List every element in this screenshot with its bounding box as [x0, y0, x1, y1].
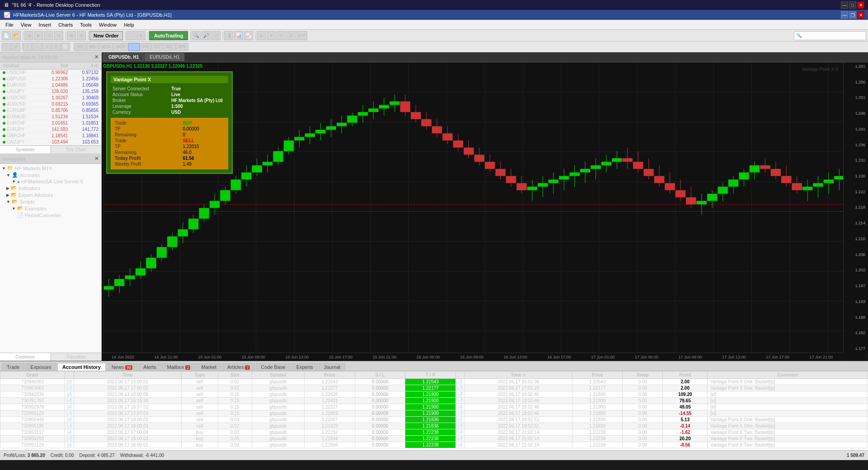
tb-newchart[interactable]: 📄	[2, 31, 11, 40]
tb-forward[interactable]: ▶	[34, 31, 43, 40]
market-watch-close[interactable]: ✕	[94, 54, 99, 60]
tb-circle[interactable]: ⊙	[277, 31, 286, 40]
tab-account-history[interactable]: Account History	[57, 363, 106, 371]
tb-end[interactable]: ⊞▼	[296, 31, 307, 40]
tf-H4[interactable]: H4	[140, 43, 151, 51]
tb-bar[interactable]: ▐	[224, 31, 233, 40]
chart-tab-gbpusd[interactable]: GBPUSDb, H1	[103, 53, 144, 61]
trade-row[interactable]: 730952979 📄 2022.06.17 16:57:52 sell 0.1…	[0, 404, 868, 410]
nav-examples[interactable]: ▼ 📂 Examples	[0, 205, 101, 212]
tb-icon2[interactable]: ★	[136, 31, 145, 40]
menu-insert[interactable]: Insert	[35, 21, 55, 28]
tab-experts[interactable]: Experts	[291, 363, 318, 371]
app-close[interactable]: ✕	[857, 11, 864, 19]
market-watch-row[interactable]: EURUSD 1.04886 1.05048	[0, 82, 101, 88]
tab-trade[interactable]: Trade	[2, 363, 24, 371]
th-price2[interactable]: Price	[572, 372, 623, 379]
nav-accounts[interactable]: ▼ 👤 Accounts	[0, 172, 101, 178]
market-watch-row[interactable]: EURGBP 0.85706 0.85856	[0, 107, 101, 114]
trade-row[interactable]: 730955129 📄 2022.06.17 17:57:03 sell 0.1…	[0, 410, 868, 417]
market-watch-row[interactable]: EURJPY 141.593 141.772	[0, 126, 101, 133]
nav-scripts[interactable]: ▼ 📂 Scripts	[0, 198, 101, 205]
tb-candle[interactable]: 📊	[234, 31, 243, 40]
tf-W1[interactable]: W1	[163, 43, 175, 51]
market-watch-row[interactable]: GBPCHF 1.18541 1.18841	[0, 133, 101, 139]
tf-text[interactable]: A	[52, 43, 61, 51]
tf-M1[interactable]: M1	[75, 43, 86, 51]
tab-articles[interactable]: Articles 7	[222, 363, 255, 371]
tab-exposure[interactable]: Exposure	[25, 363, 56, 371]
menu-window[interactable]: Window	[95, 21, 120, 28]
menu-help[interactable]: Help	[120, 21, 138, 28]
th-sl[interactable]: S / L	[355, 372, 405, 379]
th-size[interactable]: Size	[218, 372, 252, 379]
th-tp[interactable]: T / P	[405, 372, 456, 379]
os-close[interactable]: ✕	[857, 1, 864, 9]
menu-charts[interactable]: Charts	[55, 21, 76, 28]
market-watch-row[interactable]: AUDUSD 0.69215 0.69365	[0, 101, 101, 107]
market-watch-row[interactable]: EURAUD 1.51234 1.51534	[0, 114, 101, 120]
tb-open[interactable]: 📂	[12, 31, 21, 40]
trade-row[interactable]: 730955293 📄 2022.06.17 18:00:03 buy 0.05…	[0, 436, 868, 442]
market-watch-row[interactable]: USDCHF 0.96962 0.97132	[0, 70, 101, 76]
tf-M5[interactable]: M5	[87, 43, 99, 51]
nav-account-item[interactable]: ▼ ● HFMarketsSA-Live Server 6	[0, 178, 101, 185]
app-minimize[interactable]: —	[841, 11, 848, 19]
mw-tab-tick[interactable]: Tick Chart	[51, 146, 102, 154]
market-watch-row[interactable]: GBPUSD 1.22306 1.22456	[0, 76, 101, 82]
market-watch-row[interactable]: USDJPY 135.020 135.158	[0, 88, 101, 95]
tb-icon1[interactable]: ☆	[127, 31, 136, 40]
trade-row[interactable]: 730942239 📄 2022.06.17 10:00:08 sell 0.1…	[0, 391, 868, 398]
tb-period-down[interactable]: ▼	[267, 31, 276, 40]
tb-fit[interactable]: ⊡	[211, 31, 221, 40]
market-watch-row[interactable]: EURCHF 1.01651 1.01851	[0, 120, 101, 126]
app-restore[interactable]: ❐	[849, 11, 856, 19]
tf-MN[interactable]: MN	[176, 43, 188, 51]
th-price[interactable]: Price	[305, 372, 355, 379]
os-minimize[interactable]: —	[841, 1, 848, 9]
trade-row[interactable]: 730955195 📄 2022.06.17 18:00:01 sell 0.0…	[0, 423, 868, 429]
tb-search[interactable]: 🔍	[794, 31, 866, 40]
th-swap[interactable]: Swap	[623, 372, 663, 379]
navigator-close[interactable]: ✕	[94, 156, 99, 162]
tab-mailbox[interactable]: Mailbox 2	[162, 363, 195, 371]
trade-row[interactable]: 730953117 📄 2022.06.17 17:00:04 buy 0.03…	[0, 429, 868, 436]
trade-row[interactable]: 730751753 📄 2022.06.17 16:15:30 sell 0.1…	[0, 398, 868, 404]
nav-indicators[interactable]: ▶ 📂 Indicators	[0, 185, 101, 191]
menu-file[interactable]: File	[2, 21, 17, 28]
tf-fib[interactable]: ↗	[42, 43, 51, 51]
tb-settings[interactable]: ⚙	[286, 31, 296, 40]
tf-M30[interactable]: M30	[113, 43, 127, 51]
tb-btn3[interactable]: ⊞	[67, 31, 76, 40]
tf-D1[interactable]: D1	[151, 43, 163, 51]
chart-container[interactable]: GBPUSDb,H1 1.22130 1.22327 1.22046 1.223…	[102, 62, 868, 361]
menu-tools[interactable]: Tools	[76, 21, 95, 28]
th-profit[interactable]: Profit	[663, 372, 708, 379]
trade-row[interactable]: 730949362 📄 2022.06.17 15:00:01 sell 0.0…	[0, 379, 868, 385]
tf-crosshair[interactable]: ✛	[11, 43, 20, 51]
tb-zoom-in[interactable]: 🔍	[192, 31, 201, 40]
tb-refresh[interactable]: ↺	[44, 31, 53, 40]
tab-common[interactable]: Common	[0, 353, 51, 361]
os-maximize[interactable]: □	[849, 1, 856, 9]
th-time[interactable]: Time	[74, 372, 182, 379]
tb-line[interactable]: 📈	[244, 31, 253, 40]
tf-line-tool[interactable]: /	[23, 43, 32, 51]
tab-favorites[interactable]: Favorites	[51, 353, 102, 361]
tab-codebase[interactable]: Code Base	[256, 363, 290, 371]
chart-tab-eurusd[interactable]: EURUSDd, H1	[145, 53, 184, 61]
th-comment[interactable]: Comment	[708, 372, 868, 379]
mw-tab-symbols[interactable]: Symbols	[0, 146, 51, 154]
tf-rect[interactable]: ⬜	[61, 43, 70, 51]
tb-period-up[interactable]: ▲	[257, 31, 266, 40]
th-type[interactable]: Type	[181, 372, 218, 379]
tab-journal[interactable]: Journal	[319, 363, 345, 371]
tf-hline[interactable]: —	[33, 43, 42, 51]
menu-view[interactable]: View	[17, 21, 35, 28]
tb-btn4[interactable]: ⊟	[77, 31, 86, 40]
th-symbol[interactable]: Symbol	[252, 372, 305, 379]
new-order-button[interactable]: New Order	[89, 31, 123, 40]
tb-back[interactable]: ◀	[24, 31, 33, 40]
market-watch-row[interactable]: CADJPY 103.494 103.653	[0, 139, 101, 145]
tf-cursor[interactable]: ↖	[2, 43, 11, 51]
